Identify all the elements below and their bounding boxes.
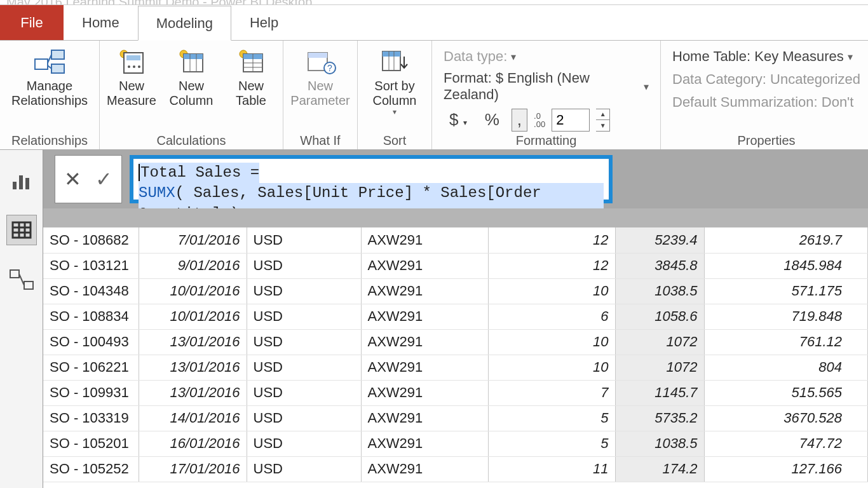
cell-so[interactable]: SO - 106221: [43, 355, 139, 380]
manage-relationships-button[interactable]: Manage Relationships: [5, 43, 94, 108]
cell-so[interactable]: SO - 105252: [43, 456, 139, 482]
cell-qty[interactable]: 5: [488, 405, 615, 431]
cell-val1[interactable]: 5239.4: [615, 227, 704, 253]
cell-date[interactable]: 13/01/2016: [139, 380, 247, 405]
cell-val1[interactable]: 1038.5: [615, 278, 704, 304]
cell-date[interactable]: 10/01/2016: [139, 278, 247, 304]
cell-so[interactable]: SO - 100493: [43, 329, 139, 355]
thousands-separator-button[interactable]: ,: [512, 109, 527, 132]
commit-formula-button[interactable]: ✓: [95, 167, 112, 191]
cell-date[interactable]: 14/01/2016: [139, 405, 247, 431]
cell-qty[interactable]: 11: [488, 456, 615, 482]
cell-val1[interactable]: 1072: [615, 355, 704, 380]
cell-qty[interactable]: 7: [488, 380, 615, 405]
table-row[interactable]: SO - 10622113/01/2016USDAXW291101072804: [43, 355, 868, 380]
cell-val1[interactable]: 1072: [615, 329, 704, 355]
cell-val2[interactable]: 1845.984: [704, 253, 868, 278]
cell-val2[interactable]: 515.565: [704, 380, 868, 405]
table-row[interactable]: SO - 10434810/01/2016USDAXW291101038.557…: [43, 278, 868, 304]
cell-date[interactable]: 17/01/2016: [139, 456, 247, 482]
cell-so[interactable]: SO - 103121: [43, 253, 139, 278]
cell-currency[interactable]: USD: [247, 456, 361, 482]
cell-date[interactable]: 16/01/2016: [139, 431, 247, 456]
cell-date[interactable]: 10/01/2016: [139, 304, 247, 329]
cell-val2[interactable]: 571.175: [704, 278, 868, 304]
decimals-stepper[interactable]: ▲▼: [596, 109, 610, 132]
home-table-dropdown[interactable]: ▾: [848, 51, 853, 63]
cell-currency[interactable]: USD: [247, 278, 361, 304]
formula-editor[interactable]: Total Sales = SUMX( Sales, Sales[Unit Pr…: [130, 155, 613, 203]
cell-currency[interactable]: USD: [247, 380, 361, 405]
cell-val2[interactable]: 747.72: [704, 431, 868, 456]
cell-val1[interactable]: 5735.2: [615, 405, 704, 431]
cell-currency[interactable]: USD: [247, 329, 361, 355]
cell-date[interactable]: 9/01/2016: [139, 253, 247, 278]
data-grid[interactable]: SO - 1086827/01/2016USDAXW291125239.4261…: [43, 227, 868, 482]
cell-val1[interactable]: 1038.5: [615, 431, 704, 456]
data-type-dropdown[interactable]: ▾: [511, 51, 516, 63]
cell-code[interactable]: AXW291: [361, 355, 488, 380]
cell-qty[interactable]: 5: [488, 431, 615, 456]
cell-val2[interactable]: 127.166: [704, 456, 868, 482]
table-row[interactable]: SO - 10525217/01/2016USDAXW29111174.2127…: [43, 456, 868, 482]
new-parameter-button[interactable]: ? New Parameter: [288, 43, 352, 108]
cell-val2[interactable]: 2619.7: [704, 227, 868, 253]
cell-currency[interactable]: USD: [247, 227, 361, 253]
tab-help[interactable]: Help: [231, 5, 297, 40]
cell-val1[interactable]: 3845.8: [615, 253, 704, 278]
cell-val1[interactable]: 174.2: [615, 456, 704, 482]
cell-val1[interactable]: 1058.6: [615, 304, 704, 329]
cell-val2[interactable]: 804: [704, 355, 868, 380]
cell-so[interactable]: SO - 103319: [43, 405, 139, 431]
cell-code[interactable]: AXW291: [361, 253, 488, 278]
cell-date[interactable]: 13/01/2016: [139, 355, 247, 380]
cell-currency[interactable]: USD: [247, 253, 361, 278]
cell-code[interactable]: AXW291: [361, 227, 488, 253]
cell-so[interactable]: SO - 108682: [43, 227, 139, 253]
cell-val2[interactable]: 3670.528: [704, 405, 868, 431]
cell-currency[interactable]: USD: [247, 355, 361, 380]
cell-qty[interactable]: 10: [488, 329, 615, 355]
cell-val1[interactable]: 1145.7: [615, 380, 704, 405]
cell-currency[interactable]: USD: [247, 431, 361, 456]
cell-so[interactable]: SO - 109931: [43, 380, 139, 405]
cell-code[interactable]: AXW291: [361, 405, 488, 431]
cell-qty[interactable]: 10: [488, 355, 615, 380]
report-view-button[interactable]: [6, 165, 37, 196]
cell-currency[interactable]: USD: [247, 304, 361, 329]
cell-val2[interactable]: 761.12: [704, 329, 868, 355]
file-menu[interactable]: File: [0, 5, 64, 40]
decimals-input[interactable]: [552, 109, 590, 132]
table-row[interactable]: SO - 10883410/01/2016USDAXW29161058.6719…: [43, 304, 868, 329]
model-view-button[interactable]: [6, 264, 37, 295]
cell-so[interactable]: SO - 108834: [43, 304, 139, 329]
format-dropdown[interactable]: ▾: [644, 81, 649, 93]
cell-so[interactable]: SO - 105201: [43, 431, 139, 456]
new-column-button[interactable]: New Column: [165, 43, 218, 108]
cell-date[interactable]: 13/01/2016: [139, 329, 247, 355]
cell-qty[interactable]: 12: [488, 227, 615, 253]
cell-code[interactable]: AXW291: [361, 431, 488, 456]
cell-code[interactable]: AXW291: [361, 278, 488, 304]
table-row[interactable]: SO - 10331914/01/2016USDAXW29155735.2367…: [43, 405, 868, 431]
table-row[interactable]: SO - 10049313/01/2016USDAXW291101072761.…: [43, 329, 868, 355]
tab-home[interactable]: Home: [64, 5, 138, 40]
new-table-button[interactable]: New Table: [224, 43, 278, 108]
percent-button[interactable]: %: [479, 108, 505, 132]
new-measure-button[interactable]: New Measure: [105, 43, 158, 108]
cell-currency[interactable]: USD: [247, 405, 361, 431]
table-row[interactable]: SO - 10520116/01/2016USDAXW29151038.5747…: [43, 431, 868, 456]
cell-qty[interactable]: 12: [488, 253, 615, 278]
cell-code[interactable]: AXW291: [361, 329, 488, 355]
cell-code[interactable]: AXW291: [361, 304, 488, 329]
cancel-formula-button[interactable]: ✕: [64, 167, 81, 191]
cell-qty[interactable]: 6: [488, 304, 615, 329]
data-view-button[interactable]: [6, 215, 37, 245]
table-row[interactable]: SO - 1086827/01/2016USDAXW291125239.4261…: [43, 227, 868, 253]
cell-code[interactable]: AXW291: [361, 456, 488, 482]
currency-button[interactable]: $ ▾: [444, 108, 473, 132]
sort-by-column-button[interactable]: Sort by Column ▾: [363, 43, 426, 117]
cell-so[interactable]: SO - 104348: [43, 278, 139, 304]
cell-date[interactable]: 7/01/2016: [139, 227, 247, 253]
tab-modeling[interactable]: Modeling: [138, 6, 231, 41]
